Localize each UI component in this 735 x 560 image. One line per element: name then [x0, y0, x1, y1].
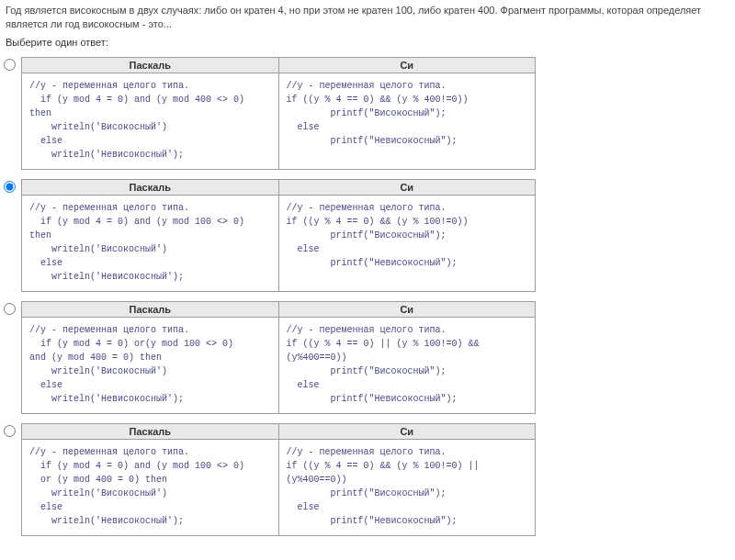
answer-body-1: ПаскальСи//y - переменная целого типа. i… [21, 179, 726, 292]
answer-body-3: ПаскальСи//y - переменная целого типа. i… [21, 423, 726, 536]
c-header: Си [278, 423, 536, 439]
pascal-header: Паскаль [22, 57, 279, 73]
answer-radio-0[interactable] [4, 59, 16, 71]
answer-body-2: ПаскальСи//y - переменная целого типа. i… [21, 301, 726, 414]
c-code-1: //y - переменная целого типа. if ((y % 4… [287, 201, 528, 270]
code-table-1: ПаскальСи//y - переменная целого типа. i… [21, 179, 536, 292]
pascal-header: Паскаль [22, 179, 279, 195]
answer-radio-3[interactable] [4, 425, 16, 437]
c-header: Си [278, 57, 536, 73]
c-code-3: //y - переменная целого типа. if ((y % 4… [287, 445, 528, 528]
answer-option-1: ПаскальСи//y - переменная целого типа. i… [0, 177, 735, 299]
pascal-code-3: //y - переменная целого типа. if (y mod … [29, 445, 271, 528]
pascal-code-2: //y - переменная целого типа. if (y mod … [29, 323, 271, 406]
answer-radio-1[interactable] [4, 181, 16, 193]
c-code-2: //y - переменная целого типа. if ((y % 4… [287, 323, 528, 406]
answer-option-0: ПаскальСи//y - переменная целого типа. i… [0, 55, 735, 177]
answer-option-2: ПаскальСи//y - переменная целого типа. i… [0, 299, 735, 421]
c-header: Си [278, 179, 536, 195]
answer-body-0: ПаскальСи//y - переменная целого типа. i… [21, 57, 726, 170]
answer-radio-2[interactable] [4, 303, 16, 315]
pascal-code-1: //y - переменная целого типа. if (y mod … [29, 201, 271, 284]
code-table-3: ПаскальСи//y - переменная целого типа. i… [21, 423, 536, 536]
answer-option-3: ПаскальСи//y - переменная целого типа. i… [0, 421, 735, 543]
c-code-0: //y - переменная целого типа. if ((y % 4… [287, 79, 528, 148]
code-table-2: ПаскальСи//y - переменная целого типа. i… [21, 301, 536, 414]
choose-one-prompt: Выберите один ответ: [0, 33, 735, 55]
pascal-header: Паскаль [22, 423, 279, 439]
code-table-0: ПаскальСи//y - переменная целого типа. i… [21, 57, 536, 170]
c-header: Си [278, 301, 536, 317]
question-stem: Год является високосным в двух случаях: … [0, 0, 735, 33]
pascal-code-0: //y - переменная целого типа. if (y mod … [29, 79, 271, 162]
pascal-header: Паскаль [22, 301, 279, 317]
